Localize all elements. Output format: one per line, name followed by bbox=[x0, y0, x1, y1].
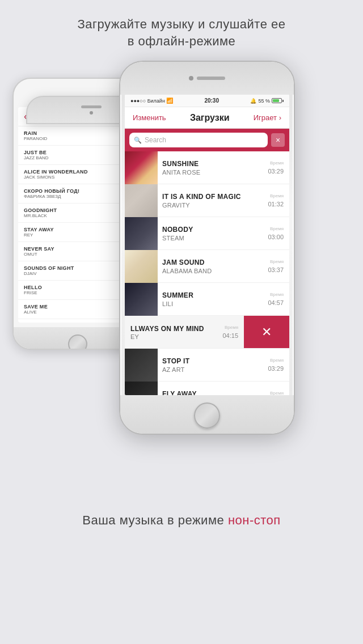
battery-icon bbox=[272, 98, 284, 103]
top-heading: Загружайте музыку и слушайте ее в офлайн… bbox=[0, 0, 363, 61]
table-row[interactable]: Sunshine Anita Rose Время 03:29 bbox=[125, 151, 289, 184]
song-thumbnail bbox=[125, 283, 158, 316]
song-artist: Rey bbox=[24, 232, 132, 238]
camera-back bbox=[90, 111, 93, 115]
bottom-text-highlight: нон-стоп bbox=[228, 513, 281, 527]
song-title: Nobody bbox=[162, 226, 263, 235]
home-button[interactable] bbox=[194, 402, 220, 429]
front-phone-top bbox=[120, 62, 294, 95]
song-info: It is a kind of magic Gravity bbox=[158, 193, 268, 209]
song-title: Sounds of night bbox=[24, 265, 132, 271]
volume-buttons bbox=[119, 130, 120, 166]
speaker-front bbox=[197, 77, 225, 80]
song-info: Stop it Az art bbox=[158, 357, 268, 373]
table-row[interactable]: Stop it Az art Время 03:29 bbox=[125, 349, 289, 382]
bottom-text: Ваша музыка в режиме нон-стоп bbox=[0, 503, 363, 533]
song-artist: Az art bbox=[162, 366, 263, 373]
song-duration: Время 03:00 bbox=[268, 226, 284, 242]
back-home-button[interactable] bbox=[68, 334, 87, 350]
phone-front: ●●●○○ Билайн 📶 20:30 🔔 55 % Изменить Заг… bbox=[119, 61, 295, 435]
song-title: Stay away bbox=[24, 227, 132, 232]
nav-left-button[interactable]: Изменить bbox=[133, 113, 166, 122]
song-artist: Jack Simons bbox=[24, 175, 132, 180]
song-info: Summer Lili bbox=[158, 291, 268, 307]
song-artist: Jazz Band bbox=[24, 155, 132, 160]
table-row[interactable]: Summer Lili Время 04:57 bbox=[125, 283, 289, 316]
status-bar: ●●●○○ Билайн 📶 20:30 🔔 55 % bbox=[125, 95, 289, 107]
bottom-text-prefix: Ваша музыка в режиме bbox=[82, 513, 228, 527]
camera-front bbox=[189, 76, 193, 80]
status-battery: 🔔 55 % bbox=[250, 98, 284, 104]
table-row[interactable]: Jam sound Alabama Band Время 03:37 bbox=[125, 250, 289, 283]
song-artist: Djaiv bbox=[24, 271, 132, 276]
song-artist: Anita Rose bbox=[162, 169, 263, 176]
song-thumbnail bbox=[125, 184, 158, 217]
wifi-icon: 📶 bbox=[166, 98, 173, 104]
swipe-content: llways on my mind ey Время 04:15 bbox=[125, 316, 244, 349]
song-info: Nobody Steam bbox=[158, 226, 268, 242]
song-title: Never say bbox=[24, 246, 132, 252]
song-thumbnail bbox=[125, 250, 158, 283]
song-artist: Omut bbox=[24, 252, 132, 257]
top-heading-text: Загружайте музыку и слушайте ее в офлайн… bbox=[77, 17, 285, 48]
song-duration: Время 04:15 bbox=[222, 324, 238, 341]
song-thumbnail bbox=[125, 217, 158, 250]
song-duration: Время 04:57 bbox=[268, 291, 284, 308]
swiped-row[interactable]: llways on my mind ey Время 04:15 ✕ bbox=[125, 316, 289, 349]
song-thumbnail bbox=[125, 382, 158, 396]
nav-title: Загрузки bbox=[190, 113, 230, 123]
delete-button[interactable]: ✕ bbox=[244, 316, 289, 349]
song-artist: Paranoid bbox=[24, 136, 132, 141]
nav-bar: Изменить Загрузки Играет › bbox=[125, 107, 289, 129]
song-artist: Alabama Band bbox=[162, 268, 263, 274]
song-info: llways on my mind ey bbox=[125, 325, 222, 341]
song-info: Fly away Frozen bird bbox=[158, 390, 268, 395]
song-list: Sunshine Anita Rose Время 03:29 It is a … bbox=[125, 151, 289, 395]
song-title: Fly away bbox=[162, 390, 263, 395]
song-artist: Alive bbox=[24, 310, 132, 315]
speaker-back bbox=[81, 105, 102, 108]
song-duration: Время 03:37 bbox=[268, 259, 284, 275]
song-title: Rain bbox=[24, 130, 132, 136]
song-artist: Lili bbox=[162, 300, 263, 307]
song-artist: Steam bbox=[162, 235, 263, 242]
song-thumbnail bbox=[125, 151, 158, 184]
front-phone-bottom bbox=[120, 395, 294, 435]
power-button[interactable] bbox=[294, 141, 295, 168]
song-title: llways on my mind bbox=[130, 325, 218, 334]
song-duration: Время 00:16 bbox=[268, 390, 284, 396]
song-artist: Mr.Black bbox=[24, 213, 132, 218]
song-artist: Frise bbox=[24, 290, 132, 295]
song-title: Summer bbox=[162, 291, 263, 300]
volume-up-button[interactable] bbox=[119, 130, 120, 146]
song-title: Goodnight bbox=[24, 207, 132, 213]
song-title: Jam sound bbox=[162, 259, 263, 268]
search-placeholder: Search bbox=[145, 136, 166, 144]
status-time: 20:30 bbox=[204, 98, 219, 104]
table-row[interactable]: Nobody Steam Время 03:00 bbox=[125, 217, 289, 250]
song-title: Just be bbox=[24, 150, 132, 155]
song-artist: Фабрика Звезд bbox=[24, 194, 132, 199]
song-title: Alice in wonderland bbox=[24, 169, 132, 175]
song-title: It is a kind of magic bbox=[162, 193, 263, 202]
song-title: Stop it bbox=[162, 357, 263, 366]
status-carrier: ●●●○○ Билайн 📶 bbox=[130, 98, 173, 104]
song-duration: Время 03:29 bbox=[268, 357, 284, 374]
search-close-button[interactable]: × bbox=[271, 133, 285, 147]
song-artist: ey bbox=[130, 333, 218, 340]
volume-down-button[interactable] bbox=[119, 150, 120, 166]
phone-screen: ●●●○○ Билайн 📶 20:30 🔔 55 % Изменить Заг… bbox=[125, 95, 289, 395]
song-title: Save me bbox=[24, 304, 132, 310]
table-row[interactable]: It is a kind of magic Gravity Время 01:3… bbox=[125, 184, 289, 217]
nav-right-button[interactable]: Играет › bbox=[254, 113, 281, 122]
search-bar: 🔍 Search × bbox=[125, 129, 289, 151]
song-thumbnail bbox=[125, 349, 158, 382]
song-title: Скоро Новый Год! bbox=[24, 188, 132, 194]
phones-area: ‹ 5 of Rain Paranoid Just be Jazz Band A… bbox=[0, 61, 363, 503]
song-info: Jam sound Alabama Band bbox=[158, 259, 268, 274]
table-row[interactable]: Fly away Frozen bird Время 00:16 bbox=[125, 382, 289, 395]
song-duration: Время 01:32 bbox=[268, 193, 284, 209]
song-title: Hello bbox=[24, 285, 132, 290]
search-input-area[interactable]: 🔍 Search bbox=[129, 133, 268, 147]
song-title: Sunshine bbox=[162, 160, 263, 169]
